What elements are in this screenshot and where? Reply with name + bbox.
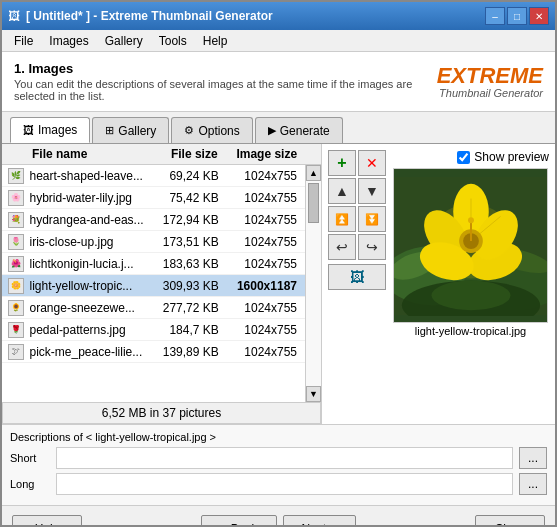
file-size: 183,63 KB <box>149 257 227 271</box>
file-thumb-icon: 🌹 <box>8 322 24 338</box>
header-logo: EXTREME Thumbnail Generator <box>437 65 543 99</box>
redo-button[interactable]: ↪ <box>358 234 386 260</box>
short-description-row: Short ... <box>10 447 547 469</box>
file-name: pedal-patterns.jpg <box>30 323 149 337</box>
header: 1. Images You can edit the descriptions … <box>2 52 555 112</box>
preview-image <box>393 168 548 323</box>
app-icon: 🖼 <box>8 9 20 23</box>
file-thumb-icon: 🌷 <box>8 234 24 250</box>
descriptions-title: Descriptions of < light-yellow-tropical.… <box>10 431 547 443</box>
maximize-button[interactable]: □ <box>507 7 527 25</box>
table-row[interactable]: 🌸 hybrid-water-lily.jpg 75,42 KB 1024x75… <box>2 187 305 209</box>
file-thumb-icon: 🌺 <box>8 256 24 272</box>
long-input[interactable] <box>56 473 513 495</box>
table-row[interactable]: 🌻 orange-sneezewe... 277,72 KB 1024x755 <box>2 297 305 319</box>
table-row[interactable]: 🌷 iris-close-up.jpg 173,51 KB 1024x755 <box>2 231 305 253</box>
col-header-name: File name <box>2 147 146 161</box>
table-row[interactable]: 🌹 pedal-patterns.jpg 184,7 KB 1024x755 <box>2 319 305 341</box>
logo-extreme: EXTREME <box>437 65 543 87</box>
next-button[interactable]: Next > <box>283 515 356 528</box>
move-bottom-button[interactable]: ⏬ <box>358 206 386 232</box>
tab-options[interactable]: ⚙ Options <box>171 117 252 143</box>
flower-preview-svg <box>394 176 547 316</box>
file-size: 309,93 KB <box>149 279 227 293</box>
file-size: 184,7 KB <box>149 323 227 337</box>
table-row[interactable]: 🕊 pick-me_peace-lilie... 139,89 KB 1024x… <box>2 341 305 363</box>
tab-generate[interactable]: ▶ Generate <box>255 117 343 143</box>
file-name: lichtkonigin-lucia.j... <box>30 257 149 271</box>
scroll-up-button[interactable]: ▲ <box>306 165 321 181</box>
tab-images[interactable]: 🖼 Images <box>10 117 90 143</box>
col-header-size: File size <box>146 147 225 161</box>
menu-help[interactable]: Help <box>195 32 236 50</box>
table-row[interactable]: 🌺 lichtkonigin-lucia.j... 183,63 KB 1024… <box>2 253 305 275</box>
preview-area: Show preview <box>392 150 549 418</box>
controls-and-preview: + ✕ ▲ ▼ ⏫ ⏬ ↩ ↪ 🖼 Show pr <box>328 150 549 418</box>
long-description-row: Long ... <box>10 473 547 495</box>
scrollbar[interactable]: ▲ ▼ <box>305 165 321 402</box>
titlebar: 🖼 [ Untitled* ] - Extreme Thumbnail Gene… <box>2 2 555 30</box>
scroll-thumb[interactable] <box>308 183 319 223</box>
show-preview-label[interactable]: Show preview <box>474 150 549 164</box>
tool-buttons: + ✕ ▲ ▼ ⏫ ⏬ ↩ ↪ 🖼 <box>328 150 386 418</box>
file-imgsize: 1024x755 <box>227 301 305 315</box>
file-size: 172,94 KB <box>149 213 227 227</box>
file-rows-container: 🌿 heart-shaped-leave... 69,24 KB 1024x75… <box>2 165 321 402</box>
remove-button[interactable]: ✕ <box>358 150 386 176</box>
step-title: 1. Images <box>14 61 437 76</box>
move-down-button[interactable]: ▼ <box>358 178 386 204</box>
file-name: heart-shaped-leave... <box>30 169 149 183</box>
descriptions-area: Descriptions of < light-yellow-tropical.… <box>2 424 555 505</box>
short-input[interactable] <box>56 447 513 469</box>
menubar: File Images Gallery Tools Help <box>2 30 555 52</box>
file-imgsize: 1024x755 <box>227 169 305 183</box>
file-thumb-icon: 💐 <box>8 212 24 228</box>
file-size: 69,24 KB <box>149 169 227 183</box>
tabbar: 🖼 Images ⊞ Gallery ⚙ Options ▶ Generate <box>2 112 555 144</box>
tab-gallery-label: Gallery <box>118 124 156 138</box>
info-button[interactable]: 🖼 <box>328 264 386 290</box>
preview-filename: light-yellow-tropical.jpg <box>415 325 526 337</box>
table-row-selected[interactable]: 🌼 light-yellow-tropic... 309,93 KB 1600x… <box>2 275 305 297</box>
menu-file[interactable]: File <box>6 32 41 50</box>
move-top-button[interactable]: ⏫ <box>328 206 356 232</box>
preview-checkbox-row: Show preview <box>392 150 549 164</box>
file-imgsize: 1600x1187 <box>227 279 305 293</box>
file-size: 277,72 KB <box>149 301 227 315</box>
menu-tools[interactable]: Tools <box>151 32 195 50</box>
add-button[interactable]: + <box>328 150 356 176</box>
scroll-down-button[interactable]: ▼ <box>306 386 321 402</box>
file-thumb-icon: 🌻 <box>8 300 24 316</box>
file-thumb-icon: 🌸 <box>8 190 24 206</box>
file-imgsize: 1024x755 <box>227 323 305 337</box>
undo-button[interactable]: ↩ <box>328 234 356 260</box>
table-row[interactable]: 🌿 heart-shaped-leave... 69,24 KB 1024x75… <box>2 165 305 187</box>
long-button[interactable]: ... <box>519 473 547 495</box>
window-close-button[interactable]: ✕ <box>529 7 549 25</box>
bottom-bar: Help < Back Next > Close <box>2 505 555 527</box>
file-name: hybrid-water-lily.jpg <box>30 191 149 205</box>
gallery-tab-icon: ⊞ <box>105 124 114 137</box>
minimize-button[interactable]: – <box>485 7 505 25</box>
files-inner: 🌿 heart-shaped-leave... 69,24 KB 1024x75… <box>2 165 305 402</box>
show-preview-checkbox[interactable] <box>457 151 470 164</box>
svg-point-6 <box>432 280 511 310</box>
menu-gallery[interactable]: Gallery <box>97 32 151 50</box>
short-button[interactable]: ... <box>519 447 547 469</box>
titlebar-controls: – □ ✕ <box>485 7 549 25</box>
tab-gallery[interactable]: ⊞ Gallery <box>92 117 169 143</box>
file-imgsize: 1024x755 <box>227 345 305 359</box>
tab-generate-label: Generate <box>280 124 330 138</box>
file-imgsize: 1024x755 <box>227 213 305 227</box>
table-row[interactable]: 💐 hydrangea-and-eas... 172,94 KB 1024x75… <box>2 209 305 231</box>
scroll-track <box>306 181 321 386</box>
file-imgsize: 1024x755 <box>227 257 305 271</box>
file-name: light-yellow-tropic... <box>30 279 149 293</box>
help-button[interactable]: Help <box>12 515 82 528</box>
close-button[interactable]: Close <box>475 515 545 528</box>
file-name: pick-me_peace-lilie... <box>30 345 149 359</box>
menu-images[interactable]: Images <box>41 32 96 50</box>
back-button[interactable]: < Back <box>201 515 276 528</box>
move-up-button[interactable]: ▲ <box>328 178 356 204</box>
file-imgsize: 1024x755 <box>227 191 305 205</box>
